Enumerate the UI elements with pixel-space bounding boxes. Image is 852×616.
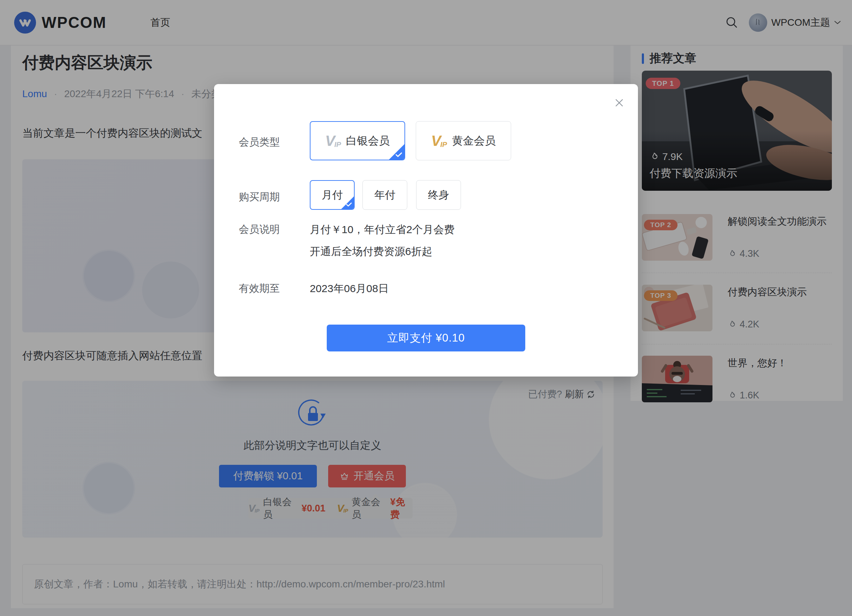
pay-now-button[interactable]: 立即支付 ¥0.10 (327, 325, 525, 352)
member-type-silver[interactable]: VIP 白银会员 (310, 121, 405, 160)
period-lifetime[interactable]: 终身 (416, 180, 461, 210)
selected-check-icon (388, 144, 405, 160)
page: WPCOM 首页 WPCOM主题 (0, 0, 852, 616)
expire-date: 2023年06月08日 (310, 281, 388, 296)
expire-label: 有效期至 (239, 281, 280, 296)
membership-payment-modal: 会员类型 VIP 白银会员 VIP 黄金会员 购买周期 月付 年付 终身 会员说… (214, 84, 638, 376)
period-label: 购买周期 (239, 190, 280, 204)
member-type-gold[interactable]: VIP 黄金会员 (416, 121, 511, 160)
vip-gold-icon: VIP (431, 133, 447, 148)
member-desc-line2: 开通后全场付费资源6折起 (310, 245, 432, 259)
period-monthly[interactable]: 月付 (310, 180, 355, 210)
period-yearly[interactable]: 年付 (363, 180, 407, 210)
close-icon[interactable] (613, 97, 625, 109)
member-desc-line1: 月付￥10，年付立省2个月会费 (310, 222, 455, 237)
member-desc-label: 会员说明 (239, 222, 280, 237)
selected-check-icon (341, 196, 354, 210)
vip-silver-icon: VIP (325, 133, 341, 148)
member-type-label: 会员类型 (239, 135, 280, 149)
